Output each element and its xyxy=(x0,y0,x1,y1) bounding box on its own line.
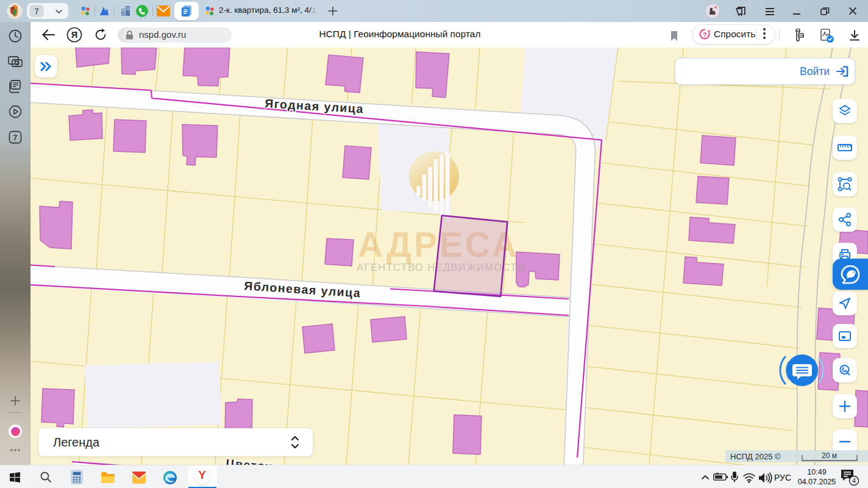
svg-text:7: 7 xyxy=(13,134,18,142)
svg-text:Я: Я xyxy=(71,30,77,40)
svg-text:?: ? xyxy=(703,31,706,38)
svg-text:4: 4 xyxy=(852,477,856,484)
